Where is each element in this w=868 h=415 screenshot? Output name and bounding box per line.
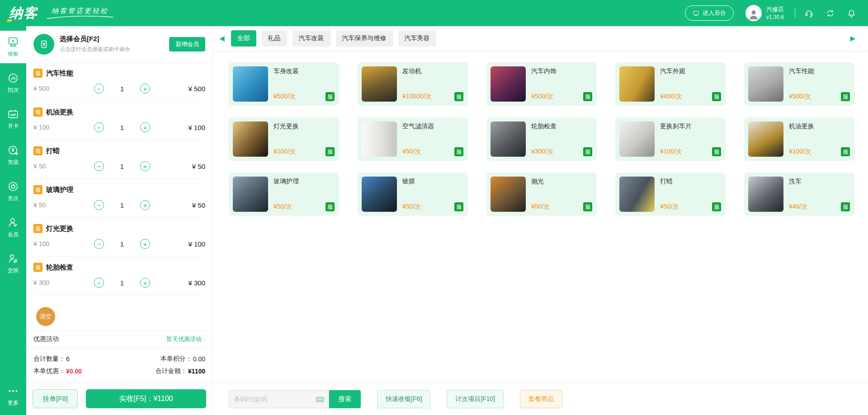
store-name: 汽修店 (766, 5, 784, 14)
sidebar-item-开卡[interactable]: VIP 开卡 (0, 103, 26, 135)
service-badge: 服 (841, 202, 850, 211)
product-card[interactable]: 玻璃护理 ¥50/次 服 (229, 173, 339, 216)
service-badge: 服 (454, 92, 463, 101)
more-icon (7, 385, 19, 397)
clear-cart-button[interactable]: 清空 (36, 307, 55, 326)
product-card[interactable]: 发动机 ¥10000/次 服 (358, 62, 468, 106)
cart-footer: 挂单[F8] 实收[F5]：¥1100 (26, 382, 212, 415)
decrease-qty-button[interactable]: − (94, 161, 104, 171)
decrease-qty-button[interactable]: − (94, 200, 104, 210)
product-name: 汽车内饰 (531, 67, 593, 75)
product-card[interactable]: 车身改装 ¥500/次 服 (229, 62, 339, 106)
shift-icon (7, 253, 19, 265)
search-button[interactable]: 搜索 (329, 390, 361, 408)
category-tab-礼品[interactable]: 礼品 (262, 30, 287, 47)
customer-service-icon[interactable] (804, 9, 814, 18)
store-info: 汽修店 v1.30.6 (766, 5, 784, 21)
sync-icon[interactable] (826, 9, 835, 18)
service-badge: 服 (33, 224, 42, 233)
sidebar-spacer (0, 280, 26, 376)
cart-item: 服 打蜡 ¥ 50 − 1 + ¥ 50 (33, 140, 205, 179)
package-goods-button[interactable]: 套餐商品 (520, 390, 562, 408)
product-card[interactable]: 更换刹车片 ¥100/次 服 (615, 117, 726, 161)
product-card[interactable]: 打蜡 ¥50/次 服 (615, 173, 726, 216)
sidebar-item-more[interactable]: 更多 (0, 380, 26, 412)
avatar[interactable] (745, 5, 762, 21)
sidebar-item-充次[interactable]: 充次 (0, 175, 26, 208)
product-card[interactable]: 轮胎检查 ¥300/次 服 (486, 117, 597, 161)
cart-item-qty: 1 (112, 85, 132, 93)
cart-list: 服 汽车性能 ¥ 500 − 1 + ¥ 500 服 机油更换 ¥ 100 − … (26, 62, 212, 331)
add-member-button[interactable]: 新增会员 (169, 37, 205, 51)
cart-panel: 选择会员[F2] 点击进行会员搜索或刷卡操作 新增会员 服 汽车性能 ¥ 500… (26, 26, 213, 415)
product-card[interactable]: 汽车性能 ¥500/次 服 (744, 62, 854, 106)
sidebar-item-充值[interactable]: ¥ 充值 (0, 139, 26, 172)
sidebar-item-扣次[interactable]: 扣次 (0, 67, 26, 99)
promo-row: 优惠活动 暂无优惠活动 › (26, 331, 212, 348)
product-card[interactable]: 机油更换 ¥100/次 服 (744, 117, 854, 161)
product-name: 发动机 (402, 67, 464, 75)
decrease-qty-button[interactable]: − (94, 84, 104, 93)
service-badge: 服 (326, 202, 335, 211)
bottom-action-bar: 搜索 快速收银[F6] 计次项目[F10] 套餐商品 (213, 382, 868, 415)
order-summary: 合计数量：6 本单积分：0.00 本单优惠：¥0.00 合计金额：¥1100 (26, 348, 212, 382)
count-item-button[interactable]: 计次项目[F10] (447, 390, 504, 408)
cash-register-icon: ¥ (7, 36, 19, 48)
category-tab-汽车美容[interactable]: 汽车美容 (398, 30, 436, 47)
product-name: 抛光 (531, 177, 593, 186)
service-badge: 服 (583, 92, 592, 101)
product-card[interactable]: 汽车外观 ¥400/次 服 (615, 62, 726, 106)
product-card[interactable]: 灯光更换 ¥100/次 服 (229, 117, 339, 161)
decrease-qty-button[interactable]: − (94, 122, 104, 132)
enter-backend-button[interactable]: 进入后台 (685, 5, 734, 21)
barcode-input[interactable] (229, 390, 329, 408)
quick-cashier-button[interactable]: 快速收银[F6] (377, 390, 430, 408)
promo-link[interactable]: 暂无优惠活动 › (166, 335, 205, 343)
sidebar-item-交班[interactable]: 交班 (0, 247, 26, 280)
category-tab-全部[interactable]: 全部 (231, 30, 256, 47)
member-card-icon[interactable] (33, 34, 54, 55)
sidebar-item-会员[interactable]: 会员 (0, 211, 26, 244)
chevron-right-icon: › (203, 336, 205, 343)
service-badge: 服 (326, 147, 335, 156)
decrease-qty-button[interactable]: − (94, 239, 104, 249)
checkout-button[interactable]: 实收[F5]：¥1100 (86, 389, 206, 408)
cart-item-name: 玻璃护理 (46, 186, 73, 194)
tabs-next-arrow-icon[interactable]: ▶ (849, 34, 856, 42)
order-total: 合计金额：¥1100 (156, 367, 205, 375)
total-qty: 合计数量：6 (33, 355, 70, 363)
notification-icon[interactable] (847, 9, 856, 18)
product-name: 机油更换 (789, 122, 850, 131)
service-badge: 服 (454, 147, 463, 156)
product-card[interactable]: 汽车内饰 ¥500/次 服 (486, 62, 597, 106)
increase-qty-button[interactable]: + (140, 239, 150, 249)
category-tab-汽车改装[interactable]: 汽车改装 (292, 30, 330, 47)
monitor-icon (693, 10, 699, 17)
increase-qty-button[interactable]: + (140, 122, 150, 132)
decrease-qty-button[interactable]: − (94, 278, 104, 288)
increase-qty-button[interactable]: + (140, 161, 150, 171)
product-name: 镀膜 (402, 177, 464, 186)
increase-qty-button[interactable]: + (140, 200, 150, 210)
member-select-area[interactable]: 选择会员[F2] 点击进行会员搜索或刷卡操作 (60, 35, 169, 53)
tabs-prev-arrow-icon[interactable]: ◀ (218, 34, 226, 42)
svg-text:¥: ¥ (11, 147, 14, 153)
product-card[interactable]: 洗车 ¥48/次 服 (744, 173, 854, 216)
increase-qty-button[interactable]: + (140, 278, 150, 288)
service-badge: 服 (583, 147, 592, 156)
product-card[interactable]: 镀膜 ¥50/次 服 (358, 173, 468, 216)
service-badge: 服 (712, 147, 721, 156)
hold-order-button[interactable]: 挂单[F8] (33, 389, 78, 408)
product-grid: 车身改装 ¥500/次 服 发动机 ¥10000/次 服 汽车内饰 ¥500/次… (213, 51, 868, 382)
category-tab-汽车保养与维修[interactable]: 汽车保养与维修 (336, 30, 393, 47)
product-name: 空气滤清器 (402, 122, 464, 131)
sidebar-item-收银[interactable]: ¥ 收银 (0, 31, 26, 63)
product-card[interactable]: 抛光 ¥50/次 服 (486, 173, 597, 216)
product-card[interactable]: 空气滤清器 ¥50/次 服 (358, 117, 468, 161)
cart-item-name: 轮胎检查 (46, 263, 73, 272)
top-header: 纳客 纳客管店更轻松 进入后台 汽修店 v1.30.6 (0, 0, 868, 26)
member-icon (7, 217, 19, 228)
product-name: 打蜡 (660, 177, 722, 186)
glass-care-photo (233, 177, 268, 212)
increase-qty-button[interactable]: + (140, 84, 150, 93)
